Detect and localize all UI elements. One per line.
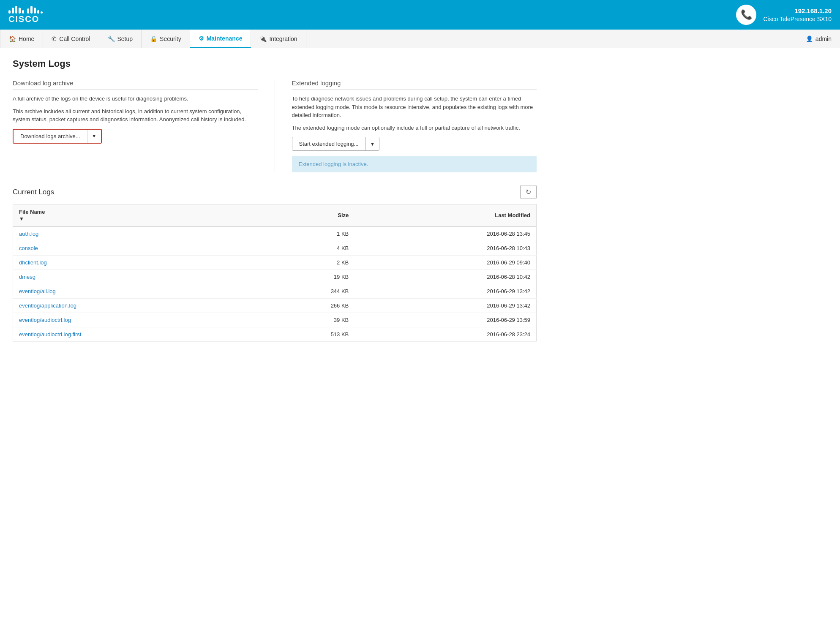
logs-table-body: auth.log 1 KB 2016-06-28 13:45 console 4…	[13, 226, 537, 342]
nav-setup-label: Setup	[117, 35, 133, 42]
file-size-cell: 266 KB	[257, 299, 355, 313]
filename-header[interactable]: File Name ▼	[13, 204, 257, 227]
extended-logging-desc-2: The extended logging mode can optionally…	[292, 124, 537, 132]
two-column-layout: Download log archive A full archive of t…	[13, 79, 537, 172]
file-link[interactable]: dmesg	[19, 274, 35, 280]
nav-home[interactable]: 🏠 Home	[0, 30, 43, 48]
nav-home-label: Home	[19, 35, 34, 42]
table-row: eventlog/all.log 344 KB 2016-06-29 13:42	[13, 284, 537, 299]
logging-status: Extended logging is inactive.	[292, 156, 537, 172]
cisco-logo: CISCO	[8, 6, 43, 24]
header: CISCO 📞 192.168.1.20 Cisco TelePresence …	[0, 0, 840, 30]
file-name-cell[interactable]: eventlog/application.log	[13, 299, 257, 313]
file-name-cell[interactable]: eventlog/all.log	[13, 284, 257, 299]
bar3	[15, 6, 17, 14]
extended-logging-desc-1: To help diagnose network issues and prob…	[292, 95, 537, 120]
extended-logging-dropdown-button[interactable]: ▼	[365, 137, 379, 150]
file-link[interactable]: eventlog/audioctrl.log.first	[19, 331, 81, 338]
file-size-cell: 4 KB	[257, 241, 355, 256]
download-button-group: Download logs archive... ▼	[13, 129, 102, 144]
cisco-text: CISCO	[8, 14, 39, 24]
nav-maintenance[interactable]: ⚙ Maintenance	[190, 30, 251, 48]
file-link[interactable]: dhclient.log	[19, 259, 47, 266]
nav-admin[interactable]: 👤 admin	[797, 30, 840, 48]
table-row: eventlog/application.log 266 KB 2016-06-…	[13, 299, 537, 313]
file-name-cell[interactable]: eventlog/audioctrl.log	[13, 313, 257, 327]
table-row: auth.log 1 KB 2016-06-28 13:45	[13, 226, 537, 241]
bar6	[27, 8, 29, 14]
file-modified-cell: 2016-06-29 13:59	[355, 313, 536, 327]
file-size-cell: 19 KB	[257, 270, 355, 284]
admin-icon: 👤	[806, 35, 813, 42]
file-link[interactable]: eventlog/audioctrl.log	[19, 317, 71, 323]
ip-address: 192.168.1.20	[763, 6, 832, 15]
file-modified-cell: 2016-06-29 13:42	[355, 284, 536, 299]
admin-label: admin	[815, 35, 832, 42]
table-row: dhclient.log 2 KB 2016-06-29 09:40	[13, 256, 537, 270]
bar4	[19, 8, 21, 14]
refresh-button[interactable]: ↻	[520, 185, 537, 199]
extended-logging-button-group: Start extended logging... ▼	[292, 137, 380, 151]
wrench-icon: 🔧	[108, 35, 115, 42]
file-name-cell[interactable]: console	[13, 241, 257, 256]
file-name-cell[interactable]: dmesg	[13, 270, 257, 284]
table-row: console 4 KB 2016-06-28 10:43	[13, 241, 537, 256]
table-header-row: File Name ▼ Size Last Modified	[13, 204, 537, 227]
logs-table: File Name ▼ Size Last Modified auth.log …	[13, 204, 537, 342]
nav-call-control[interactable]: ✆ Call Control	[43, 30, 99, 48]
device-info: 192.168.1.20 Cisco TelePresence SX10	[763, 6, 832, 24]
file-link[interactable]: auth.log	[19, 231, 38, 237]
current-logs-header: Current Logs ↻	[13, 185, 537, 199]
table-row: eventlog/audioctrl.log 39 KB 2016-06-29 …	[13, 313, 537, 327]
file-size-cell: 2 KB	[257, 256, 355, 270]
download-desc-2: This archive includes all current and hi…	[13, 107, 258, 124]
bar5	[22, 10, 24, 14]
nav-security[interactable]: 🔒 Security	[142, 30, 190, 48]
file-modified-cell: 2016-06-29 13:42	[355, 299, 536, 313]
main-content: System Logs Download log archive A full …	[0, 48, 549, 352]
download-section: Download log archive A full archive of t…	[13, 79, 275, 172]
start-extended-logging-button[interactable]: Start extended logging...	[292, 137, 365, 150]
file-size-cell: 344 KB	[257, 284, 355, 299]
bar10	[41, 11, 43, 14]
file-name-cell[interactable]: eventlog/audioctrl.log.first	[13, 327, 257, 342]
nav-security-label: Security	[160, 35, 181, 42]
bar9	[37, 10, 39, 14]
extended-logging-title: Extended logging	[292, 79, 537, 90]
file-link[interactable]: eventlog/all.log	[19, 288, 56, 294]
nav-maintenance-label: Maintenance	[207, 35, 243, 42]
last-modified-header[interactable]: Last Modified	[355, 204, 536, 227]
file-name-cell[interactable]: dhclient.log	[13, 256, 257, 270]
phone-icon: 📞	[736, 5, 756, 25]
size-header[interactable]: Size	[257, 204, 355, 227]
file-size-cell: 513 KB	[257, 327, 355, 342]
file-name-cell[interactable]: auth.log	[13, 226, 257, 241]
download-dropdown-button[interactable]: ▼	[87, 130, 101, 143]
cisco-wave-bars	[8, 6, 43, 14]
bar7	[30, 6, 33, 14]
lock-icon: 🔒	[150, 35, 157, 42]
file-modified-cell: 2016-06-28 23:24	[355, 327, 536, 342]
download-desc-1: A full archive of the logs on the device…	[13, 95, 258, 103]
nav-setup[interactable]: 🔧 Setup	[99, 30, 142, 48]
file-link[interactable]: console	[19, 245, 38, 251]
header-right: 📞 192.168.1.20 Cisco TelePresence SX10	[736, 5, 832, 25]
file-modified-cell: 2016-06-28 13:45	[355, 226, 536, 241]
file-size-cell: 1 KB	[257, 226, 355, 241]
table-row: dmesg 19 KB 2016-06-28 10:42	[13, 270, 537, 284]
gear-icon: ⚙	[199, 35, 204, 42]
device-name: Cisco TelePresence SX10	[763, 15, 832, 24]
nav-call-label: Call Control	[59, 35, 90, 42]
download-logs-button[interactable]: Download logs archive...	[14, 130, 87, 143]
current-logs-title: Current Logs	[13, 188, 54, 196]
file-modified-cell: 2016-06-28 10:43	[355, 241, 536, 256]
bar2	[12, 8, 14, 14]
file-link[interactable]: eventlog/application.log	[19, 302, 76, 309]
nav-integration[interactable]: 🔌 Integration	[251, 30, 306, 48]
home-icon: 🏠	[9, 35, 16, 42]
call-icon: ✆	[52, 35, 57, 42]
download-section-title: Download log archive	[13, 79, 258, 90]
table-row: eventlog/audioctrl.log.first 513 KB 2016…	[13, 327, 537, 342]
bar8	[34, 8, 36, 14]
integration-icon: 🔌	[259, 35, 267, 42]
